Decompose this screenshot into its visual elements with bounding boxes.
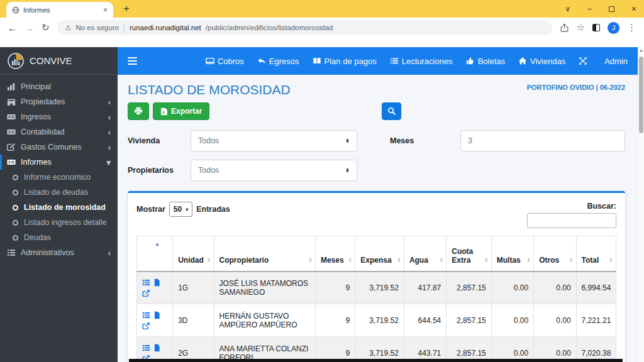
document-icon[interactable] <box>153 278 161 287</box>
nav-item-cobros[interactable]: Cobros <box>206 57 244 66</box>
money-check-icon: $ <box>7 112 16 121</box>
cell-multas: 0.00 <box>491 304 533 337</box>
page-size-select[interactable]: 50 ▾ <box>169 202 192 217</box>
sidebar-item-gastos-comunes[interactable]: Gastos Comunes ‹ <box>0 140 118 155</box>
scroll-up-arrow-icon[interactable]: ▲ <box>638 48 644 52</box>
share-square-icon[interactable] <box>142 322 150 330</box>
column-header-cuota-extra[interactable]: Cuota Extra ▲▼ <box>447 236 492 272</box>
sidebar-subitem-listado-de-deudas[interactable]: Listado de deudas <box>0 185 118 200</box>
chevron-left-icon: ‹ <box>108 128 111 137</box>
sidebar-item-propiedades[interactable]: Propiedades ‹ <box>0 94 118 109</box>
table-search-input[interactable] <box>527 213 616 228</box>
column-header-actions[interactable]: ▲ <box>137 236 173 272</box>
url-divider: | <box>123 23 125 32</box>
cell-otros: 0.00 <box>534 272 576 304</box>
cell-agua: 443.71 <box>404 337 446 362</box>
document-icon[interactable] <box>153 344 161 352</box>
tab-close-icon[interactable]: × <box>103 6 108 14</box>
sidebar-item-informes[interactable]: $ Informes ▾ <box>0 155 118 170</box>
window-restore-icon[interactable] <box>609 6 614 12</box>
new-tab-button[interactable]: + <box>123 3 130 15</box>
meses-input[interactable] <box>460 130 625 151</box>
nav-item-admin[interactable]: Admin <box>604 57 628 66</box>
page-scrollbar[interactable]: ▲ <box>638 47 644 362</box>
sidebar-item-principal[interactable]: Principal <box>0 79 118 94</box>
side-panel-icon[interactable] <box>592 24 600 31</box>
column-header-meses[interactable]: Meses ▲▼ <box>315 236 355 272</box>
nav-item-plan-de-pagos[interactable]: Plan de pagos <box>313 57 377 66</box>
column-header-copropietario[interactable]: Copropietario ▲▼ <box>214 236 315 272</box>
sidebar-subitem-listado-de-morosidad[interactable]: Listado de morosidad <box>0 200 118 215</box>
scrollbar-thumb[interactable] <box>639 57 643 133</box>
sidebar-item-administrativos[interactable]: Administrativos ‹ <box>0 245 118 260</box>
bookmark-star-icon[interactable]: ☆ <box>577 22 585 33</box>
sidebar-item-ingresos[interactable]: $ Ingresos ‹ <box>0 109 118 124</box>
sidebar-subitem-listado-ingresos-detalle[interactable]: Listado ingresos detalle <box>0 215 118 230</box>
chevron-down-icon: ▾ <box>106 158 111 167</box>
cell-meses: 9 <box>315 337 355 362</box>
nav-item-lecturaciones[interactable]: Lecturaciones <box>390 57 453 66</box>
profile-avatar[interactable]: J <box>608 22 619 34</box>
window-close-icon[interactable]: × <box>631 4 636 14</box>
select-arrows-icon: ▲▼ <box>345 138 350 144</box>
sidebar: CONVIVE Principal Propiedades ‹ <box>0 47 118 362</box>
browser-menu-icon[interactable]: ⋮ <box>627 22 636 33</box>
fullscreen-toggle[interactable] <box>579 57 587 65</box>
money-check-icon: $ <box>7 158 16 167</box>
cell-otros: 0.00 <box>534 337 576 362</box>
sidebar-item-label: Informes <box>21 158 101 167</box>
cell-expensa: 3,719.52 <box>355 304 404 337</box>
print-button[interactable] <box>128 102 149 120</box>
document-icon[interactable] <box>153 311 161 319</box>
column-header-otros[interactable]: Otros ▲▼ <box>534 236 576 272</box>
column-header-multas[interactable]: Multas ▲▼ <box>491 236 533 272</box>
detail-list-icon[interactable] <box>142 344 150 352</box>
detail-list-icon[interactable] <box>142 311 150 319</box>
sidebar-item-label: Ingresos <box>21 112 103 121</box>
forward-icon[interactable]: → <box>25 23 34 33</box>
propietarios-select[interactable]: Todos ▲▼ <box>191 160 357 181</box>
share-icon[interactable] <box>560 23 569 33</box>
nav-item-boletas[interactable]: Boletas <box>466 57 505 66</box>
column-header-agua[interactable]: Agua ▲▼ <box>404 236 446 272</box>
mostrar-label: Mostrar <box>136 205 165 214</box>
url-domain: runaedi.runadigital.net <box>130 24 201 31</box>
url-path: /public/admin/edificios/listadomorosidad <box>206 24 333 31</box>
search-button[interactable] <box>382 102 401 120</box>
brand[interactable]: CONVIVE <box>0 47 118 75</box>
table-row: 2G ANA MARIETTA COLANZI FORFORI 9 3,719.… <box>137 337 616 362</box>
export-button[interactable]: x Exportar <box>153 102 209 120</box>
cell-copropietario: HERNÁN GUSTAVO AMPÜERO AMPÜERO <box>214 304 315 337</box>
cell-total: 6,994.54 <box>576 272 616 304</box>
sidebar-subitem-deudas[interactable]: Deudas <box>0 230 118 245</box>
vivienda-select[interactable]: Todos ▲▼ <box>191 130 357 151</box>
circle-icon <box>13 190 18 195</box>
window-minimize-icon[interactable]: – <box>587 4 592 13</box>
nav-item-egresos[interactable]: Egresos <box>257 57 299 66</box>
globe-favicon-icon <box>12 6 19 14</box>
back-icon[interactable]: ← <box>8 23 17 33</box>
browser-tab[interactable]: Informes × <box>6 2 113 18</box>
chrome-gap <box>0 38 644 47</box>
detail-list-icon[interactable] <box>142 278 150 287</box>
security-warning-icon[interactable]: ⚠ <box>65 24 72 32</box>
sort-icons: ▲▼ <box>526 258 531 263</box>
top-navbar: Cobros Egresos Plan de pagos <box>118 47 638 75</box>
tab-title: Informes <box>23 6 99 14</box>
entradas-label: Entradas <box>196 205 230 214</box>
hamburger-menu-icon[interactable] <box>128 57 137 65</box>
column-header-expensa[interactable]: Expensa ▲▼ <box>355 236 404 272</box>
share-square-icon[interactable] <box>142 289 150 297</box>
sidebar-subitem-informe-economico[interactable]: Informe economico <box>0 170 118 185</box>
nav-item-label: Lecturaciones <box>402 57 453 66</box>
nav-item-viviendas[interactable]: Viviendas <box>518 57 565 66</box>
book-open-icon <box>313 57 321 65</box>
address-bar[interactable]: ⚠ No es seguro | runaedi.runadigital.net… <box>57 20 552 35</box>
window-menu-icon[interactable]: ∨ <box>565 4 570 13</box>
sidebar-item-contabilidad[interactable]: $ Contabilidad ‹ <box>0 124 118 140</box>
column-header-unidad[interactable]: Unidad ▲▼ <box>173 236 214 272</box>
cell-multas: 0.00 <box>491 337 533 362</box>
reload-icon[interactable]: ↻ <box>42 22 50 33</box>
column-header-total[interactable]: Total ▲▼ <box>576 236 616 272</box>
browser-toolbar: ← → ↻ ⚠ No es seguro | runaedi.runadigit… <box>0 18 644 38</box>
